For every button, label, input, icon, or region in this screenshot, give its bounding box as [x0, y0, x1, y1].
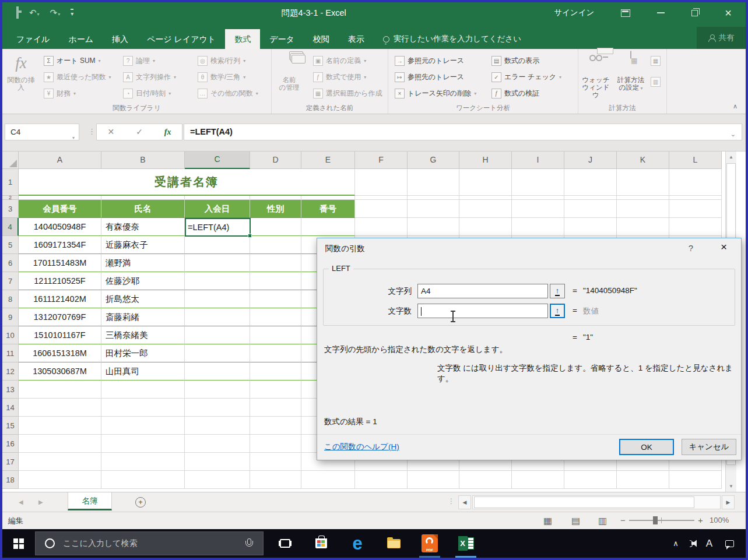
- column-header-F[interactable]: F: [355, 152, 408, 169]
- ribbon-define-name[interactable]: ▣名前の定義▾: [310, 53, 369, 68]
- cell-J2[interactable]: [564, 196, 617, 200]
- row-header-17[interactable]: 17: [2, 453, 19, 471]
- ribbon-autosum[interactable]: Σオート SUM▾: [41, 53, 104, 68]
- arg2-range-selector-icon[interactable]: ↑: [550, 304, 565, 318]
- cell-A4[interactable]: 1404050948F: [19, 218, 101, 236]
- ribbon-name-manager[interactable]: 名前 の管理: [273, 51, 305, 91]
- ribbon-date-time[interactable]: ◔日付/時刻▾: [120, 86, 174, 101]
- ribbon-text-operations[interactable]: A文字列操作▾: [120, 69, 179, 84]
- cell-B9[interactable]: 斎藤莉緒: [101, 308, 185, 326]
- hscroll-divider[interactable]: ⋮: [448, 497, 455, 505]
- cell-B2[interactable]: [101, 196, 185, 200]
- column-header-D[interactable]: D: [250, 152, 301, 169]
- confirm-entry-icon[interactable]: ✓: [125, 124, 154, 140]
- ribbon-insert-function[interactable]: fx 関数の挿入: [5, 51, 37, 91]
- share-button[interactable]: 共有: [697, 27, 746, 49]
- row-header-11[interactable]: 11: [2, 344, 19, 362]
- cell-A2[interactable]: [19, 196, 101, 200]
- cell-D13[interactable]: [250, 381, 301, 399]
- page-break-view-icon[interactable]: ▥: [598, 515, 607, 526]
- row-header-9[interactable]: 9: [2, 308, 19, 326]
- zoom-slider-thumb[interactable]: [653, 516, 658, 524]
- horizontal-scroll-thumb[interactable]: [474, 496, 694, 508]
- cell-K1[interactable]: [617, 169, 669, 196]
- save-icon[interactable]: [16, 8, 19, 18]
- cell-A17[interactable]: [19, 453, 101, 471]
- scroll-down-icon[interactable]: ▼: [726, 481, 736, 492]
- cell-B6[interactable]: 瀬野満: [101, 254, 185, 272]
- minimize-icon[interactable]: [657, 12, 665, 13]
- cell-C16[interactable]: [185, 435, 250, 453]
- cell-J18[interactable]: [564, 471, 617, 489]
- cell-G3[interactable]: [408, 200, 459, 218]
- cell-C2[interactable]: [185, 196, 250, 200]
- active-cell-C4[interactable]: =LEFT(A4): [185, 218, 251, 237]
- task-view-button[interactable]: [272, 529, 299, 558]
- cell-C18[interactable]: [185, 471, 250, 489]
- cell-H2[interactable]: [459, 196, 512, 200]
- column-header-B[interactable]: B: [101, 152, 185, 169]
- ribbon-display-options-icon[interactable]: [621, 9, 630, 17]
- cell-J4[interactable]: [564, 218, 617, 236]
- cell-A7[interactable]: 1211210525F: [19, 272, 101, 290]
- ribbon-trace-dependents[interactable]: ↦参照先のトレース: [392, 69, 467, 84]
- dialog-close-icon[interactable]: ×: [721, 241, 727, 253]
- column-header-E[interactable]: E: [301, 152, 355, 169]
- cell-B17[interactable]: [101, 453, 185, 471]
- cell-D2[interactable]: [250, 196, 301, 200]
- cell-E3[interactable]: 番号: [301, 200, 355, 218]
- cell-A1-title[interactable]: 受講者名簿: [19, 169, 355, 196]
- normal-view-icon[interactable]: ▦: [543, 515, 552, 526]
- store-button[interactable]: [308, 529, 335, 558]
- cell-D4[interactable]: [250, 218, 301, 236]
- column-header-H[interactable]: H: [459, 152, 512, 169]
- cell-D14[interactable]: [250, 399, 301, 417]
- zoom-level[interactable]: 100%: [710, 516, 729, 524]
- ribbon-calculation-options[interactable]: 計算方法 の設定 ▾: [614, 51, 647, 92]
- cell-C14[interactable]: [185, 399, 250, 417]
- zoom-slider[interactable]: [629, 520, 694, 521]
- cell-C7[interactable]: [185, 272, 250, 290]
- expand-formula-bar-icon[interactable]: ⌄: [731, 126, 736, 142]
- cell-D8[interactable]: [250, 290, 301, 308]
- row-header-1[interactable]: 1: [2, 169, 19, 196]
- row-header-10[interactable]: 10: [2, 326, 19, 344]
- ribbon-recent-functions[interactable]: ★最近使った関数▾: [41, 69, 114, 84]
- cell-F1[interactable]: [355, 169, 408, 196]
- tab-page-layout[interactable]: ページ レイアウト: [138, 29, 225, 49]
- tab-formulas[interactable]: 数式: [225, 29, 260, 49]
- ribbon-remove-arrows[interactable]: ×トレース矢印の削除▾: [392, 86, 479, 101]
- new-sheet-icon[interactable]: +: [135, 497, 146, 508]
- column-header-K[interactable]: K: [617, 152, 669, 169]
- cell-A12[interactable]: 1305030687M: [19, 362, 101, 381]
- ribbon-lookup-reference[interactable]: ◎検索/行列▾: [195, 53, 248, 68]
- cell-B4[interactable]: 有森優奈: [101, 218, 185, 236]
- cell-D6[interactable]: [250, 254, 301, 272]
- tab-view[interactable]: 表示: [339, 29, 374, 49]
- page-layout-view-icon[interactable]: ▤: [571, 515, 580, 526]
- cell-A9[interactable]: 1312070769F: [19, 308, 101, 326]
- taskbar-search[interactable]: ここに入力して検索: [35, 531, 264, 555]
- row-header-12[interactable]: 12: [2, 362, 19, 381]
- row-header-3[interactable]: 3: [2, 200, 19, 218]
- row-header-8[interactable]: 8: [2, 290, 19, 308]
- cell-C3[interactable]: 入会日: [185, 200, 250, 218]
- cell-D12[interactable]: [250, 362, 301, 381]
- name-box[interactable]: C4▾: [5, 124, 79, 140]
- cell-A11[interactable]: 1606151318M: [19, 344, 101, 362]
- collapse-ribbon-icon[interactable]: ∧: [733, 103, 738, 110]
- cell-D5[interactable]: [250, 236, 301, 254]
- cell-D17[interactable]: [250, 453, 301, 471]
- cancel-button[interactable]: キャンセル: [682, 439, 736, 455]
- cell-G2[interactable]: [408, 196, 459, 200]
- ribbon-trace-precedents[interactable]: →参照元のトレース: [392, 53, 467, 68]
- cell-I3[interactable]: [512, 200, 564, 218]
- tab-review[interactable]: 校閲: [304, 29, 339, 49]
- cell-C6[interactable]: [185, 254, 250, 272]
- ribbon-create-from-selection[interactable]: ▦選択範囲から作成: [310, 86, 385, 101]
- start-button[interactable]: [2, 529, 35, 558]
- zoom-out-icon[interactable]: −: [620, 515, 626, 525]
- cell-F4[interactable]: [355, 218, 408, 236]
- cell-L4[interactable]: [669, 218, 722, 236]
- cell-F3[interactable]: [355, 200, 408, 218]
